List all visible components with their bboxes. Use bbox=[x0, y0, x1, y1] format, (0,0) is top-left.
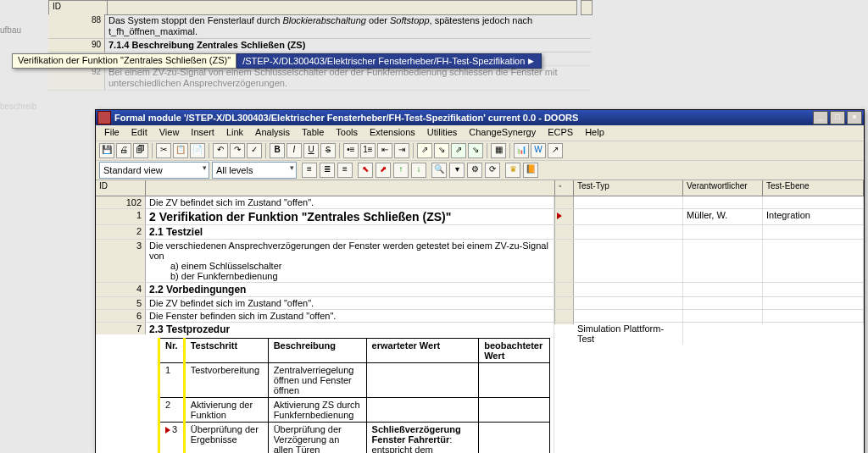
cell-ver bbox=[683, 283, 763, 296]
number-list-icon[interactable]: 1≡ bbox=[360, 143, 376, 158]
crown-icon[interactable]: ♛ bbox=[505, 163, 520, 178]
cell-id: 5 bbox=[96, 297, 146, 309]
menu-edit[interactable]: Edit bbox=[126, 125, 153, 141]
promote-icon[interactable]: ⬉ bbox=[358, 163, 373, 178]
menu-analysis[interactable]: Analysis bbox=[250, 125, 295, 141]
filter2-icon[interactable]: 🔍 bbox=[431, 163, 447, 178]
minimize-button[interactable]: _ bbox=[813, 111, 828, 124]
cell-te: Integration bbox=[763, 209, 864, 224]
cell-main[interactable]: 2.3 Testprozedur Nr. Testschritt Beschre… bbox=[146, 323, 554, 453]
menu-table[interactable]: Table bbox=[297, 125, 329, 141]
table-row[interactable]: 3 Die verschiedenen Ansprechverzögerunge… bbox=[96, 240, 864, 283]
menu-ecps[interactable]: ECPS bbox=[542, 125, 578, 141]
close-button[interactable]: × bbox=[847, 111, 862, 124]
col-marker[interactable]: ◦ bbox=[555, 180, 574, 196]
save-icon[interactable]: 💾 bbox=[99, 143, 114, 158]
outdent-icon[interactable]: ⇤ bbox=[377, 143, 392, 158]
underline-icon[interactable]: U bbox=[303, 143, 319, 158]
demote-icon[interactable]: ⬈ bbox=[376, 163, 391, 178]
link4-icon[interactable]: ⇘ bbox=[468, 143, 483, 158]
col-main[interactable] bbox=[146, 180, 555, 196]
bullet-list-icon[interactable]: •≡ bbox=[343, 143, 359, 158]
maximize-button[interactable]: □ bbox=[830, 111, 845, 124]
chart-icon[interactable]: 📊 bbox=[514, 143, 529, 158]
cell-main[interactable]: Die Fenster befinden sich im Zustand "of… bbox=[146, 310, 554, 322]
menu-extensions[interactable]: Extensions bbox=[364, 125, 420, 141]
table-row[interactable]: 102 Die ZV befindet sich im Zustand "off… bbox=[96, 196, 864, 209]
col-verantwortlicher[interactable]: Verantwortlicher bbox=[683, 180, 763, 196]
inner-cell: 1 bbox=[159, 363, 185, 398]
cell-id: 2 bbox=[96, 225, 146, 239]
inner-col-erwartet: erwarteter Wert bbox=[366, 339, 479, 363]
inner-cell bbox=[479, 363, 550, 398]
menu-link[interactable]: Link bbox=[221, 125, 248, 141]
view-dropdown[interactable]: Standard view bbox=[99, 162, 209, 179]
cell-heading-2[interactable]: 2.1 Testziel bbox=[146, 225, 554, 239]
word-icon[interactable]: W bbox=[531, 143, 546, 158]
grid-icon[interactable]: ▦ bbox=[491, 143, 506, 158]
cut-icon[interactable]: ✂ bbox=[156, 143, 171, 158]
menu-insert[interactable]: Insert bbox=[186, 125, 220, 141]
outgoing-link-icon[interactable] bbox=[554, 209, 574, 224]
menu-view[interactable]: View bbox=[154, 125, 185, 141]
cell-main[interactable]: Die ZV befindet sich im Zustand "offen". bbox=[146, 196, 554, 208]
menu-help[interactable]: Help bbox=[580, 125, 609, 141]
strike-icon[interactable]: S̶ bbox=[320, 143, 336, 158]
cell-heading-2[interactable]: 2.2 Vorbedingungen bbox=[146, 283, 554, 296]
table-row[interactable]: 6 Die Fenster befinden sich im Zustand "… bbox=[96, 310, 864, 323]
link-indicator-icon[interactable] bbox=[165, 427, 170, 434]
menu-file[interactable]: File bbox=[99, 125, 125, 141]
table-row[interactable]: 2 2.1 Testziel bbox=[96, 225, 864, 240]
col-testtyp[interactable]: Test-Typ bbox=[574, 180, 683, 196]
italic-icon[interactable]: I bbox=[287, 143, 302, 158]
inner-row[interactable]: 3 Überprüfung der Ergebnisse Überprüfung… bbox=[159, 423, 550, 454]
indent-icon[interactable]: ⇥ bbox=[394, 143, 409, 158]
menu-changesynergy[interactable]: ChangeSynergy bbox=[464, 125, 541, 141]
cell-id: 7 bbox=[96, 323, 146, 334]
link2-icon[interactable]: ⇘ bbox=[434, 143, 449, 158]
col-id[interactable]: ID bbox=[96, 180, 146, 196]
outline-icon[interactable]: ≣ bbox=[320, 163, 335, 178]
link1-icon[interactable]: ⇗ bbox=[417, 143, 432, 158]
tool-b-icon[interactable]: ⟳ bbox=[485, 163, 500, 178]
table-row[interactable]: 7 2.3 Testprozedur Nr. Testschritt Besch… bbox=[96, 323, 864, 453]
paste-icon[interactable]: 📄 bbox=[190, 143, 205, 158]
toolbar-1: 💾 🖨 🗐 ✂ 📋 📄 ↶ ↷ ✓ B I U S̶ •≡ 1≡ ⇤ ⇥ ⇗ ⇘… bbox=[96, 141, 864, 161]
movedown-icon[interactable]: ↓ bbox=[411, 163, 426, 178]
book-icon[interactable]: 📙 bbox=[523, 163, 538, 178]
printer-setup-icon[interactable]: 🗐 bbox=[133, 143, 148, 158]
cell-marker bbox=[554, 297, 574, 309]
link-tooltip: Verifikation der Funktion "Zentrales Sch… bbox=[12, 53, 542, 69]
table-row[interactable]: 1 2 Verifikation der Funktion "Zentrales… bbox=[96, 209, 864, 225]
titlebar[interactable]: Formal module '/STEP-X/DL300403/Elektris… bbox=[96, 110, 864, 125]
cell-main[interactable]: Die ZV befindet sich im Zustand "offen". bbox=[146, 297, 554, 309]
filter-icon[interactable]: ≡ bbox=[302, 163, 317, 178]
inner-row[interactable]: 1 Testvorbereitung Zentralverriegelung ö… bbox=[159, 363, 550, 398]
menu-tools[interactable]: Tools bbox=[331, 125, 363, 141]
arrow-icon[interactable]: ↗ bbox=[548, 143, 563, 158]
cell-main[interactable]: Die verschiedenen Ansprechverzögerungen … bbox=[146, 240, 554, 282]
tooltip-target-path[interactable]: /STEP-X/DL300403/Elektrischer Fensterheb… bbox=[236, 53, 542, 69]
spellcheck-icon[interactable]: ✓ bbox=[247, 143, 262, 158]
table-row[interactable]: 4 2.2 Vorbedingungen bbox=[96, 283, 864, 297]
col-testebene[interactable]: Test-Ebene bbox=[763, 180, 864, 196]
inner-row[interactable]: 2 Aktivierung der Funktion Aktivierung Z… bbox=[159, 398, 550, 423]
levels-dropdown[interactable]: All levels bbox=[212, 162, 297, 179]
inner-header-row: Nr. Testschritt Beschreibung erwarteter … bbox=[159, 339, 550, 363]
redo-icon[interactable]: ↷ bbox=[230, 143, 245, 158]
print-icon[interactable]: 🖨 bbox=[116, 143, 131, 158]
copy-icon[interactable]: 📋 bbox=[173, 143, 188, 158]
undo-icon[interactable]: ↶ bbox=[213, 143, 228, 158]
sort-icon[interactable]: ▾ bbox=[449, 163, 465, 178]
grid-body[interactable]: 102 Die ZV befindet sich im Zustand "off… bbox=[96, 196, 864, 453]
grid-header: ID ◦ Test-Typ Verantwortlicher Test-Eben… bbox=[96, 180, 864, 196]
bold-icon[interactable]: B bbox=[270, 143, 285, 158]
tool-a-icon[interactable]: ⚙ bbox=[467, 163, 482, 178]
table-row[interactable]: 5 Die ZV befindet sich im Zustand "offen… bbox=[96, 297, 864, 310]
link3-icon[interactable]: ⇗ bbox=[451, 143, 466, 158]
menu-utilities[interactable]: Utilities bbox=[422, 125, 462, 141]
moveup-icon[interactable]: ↑ bbox=[393, 163, 409, 178]
cell-heading-1[interactable]: 2 Verifikation der Funktion "Zentrales S… bbox=[146, 209, 554, 224]
expand-icon[interactable]: ≡ bbox=[337, 163, 353, 178]
bg-text-cell: Bei einem ZV-zu-Signal von einem Schlüss… bbox=[105, 66, 591, 90]
